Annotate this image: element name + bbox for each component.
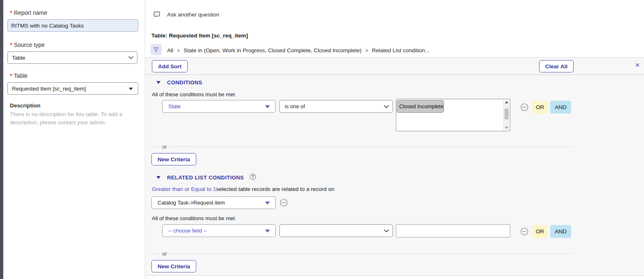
breadcrumb-separator: > bbox=[177, 48, 180, 53]
panel-divider bbox=[146, 74, 644, 75]
breadcrumb-all[interactable]: All bbox=[167, 47, 173, 53]
required-asterisk-icon: * bbox=[10, 41, 12, 48]
or-divider-label: or bbox=[159, 144, 170, 150]
or-button[interactable]: OR bbox=[532, 225, 548, 238]
collapse-triangle-icon bbox=[156, 176, 160, 179]
remove-related-list-icon[interactable] bbox=[280, 199, 288, 207]
chevron-down-icon bbox=[384, 229, 389, 232]
condition-field-dropdown[interactable]: State bbox=[162, 100, 276, 113]
clear-all-button[interactable]: Clear All bbox=[539, 60, 574, 72]
add-sort-button[interactable]: Add Sort bbox=[152, 60, 188, 72]
related-field-dropdown[interactable]: -- choose field -- bbox=[162, 224, 276, 237]
related-list-section-header[interactable]: RELATED LIST CONDITIONS bbox=[156, 174, 244, 181]
breadcrumb-separator: > bbox=[365, 48, 368, 53]
table-heading: Table: Requested Item [sc_req_item] bbox=[151, 33, 248, 39]
report-builder-main: Ask another question Table: Requested It… bbox=[146, 0, 644, 279]
report-name-label: *Report name bbox=[10, 9, 47, 16]
table-select[interactable]: Requested Item [sc_req_item] bbox=[7, 82, 138, 95]
required-asterisk-icon: * bbox=[10, 9, 12, 16]
speech-bubble-icon bbox=[153, 11, 160, 18]
help-icon[interactable]: ? bbox=[250, 174, 256, 180]
condition-builder-panel: Add Sort Clear All × CONDITIONS All of t… bbox=[146, 57, 644, 276]
report-settings-sidebar: *Report name *Source type Table *Table R… bbox=[3, 0, 145, 279]
close-icon[interactable]: × bbox=[633, 61, 642, 69]
conditions-title: CONDITIONS bbox=[167, 79, 202, 86]
listbox-option[interactable]: Closed Incomplete bbox=[397, 100, 444, 113]
remove-condition-icon[interactable] bbox=[521, 228, 528, 235]
listbox-scrollbar[interactable] bbox=[503, 100, 509, 130]
remove-condition-icon[interactable] bbox=[521, 103, 528, 111]
condition-operator-value: is one of bbox=[285, 103, 305, 109]
caret-down-icon bbox=[265, 202, 270, 205]
scroll-down-icon[interactable] bbox=[504, 125, 509, 130]
scroll-up-icon[interactable] bbox=[504, 100, 509, 105]
caret-down-icon bbox=[265, 230, 270, 232]
related-list-sentence: Greater than or Equal to 1selected table… bbox=[152, 186, 335, 192]
related-list-title: RELATED LIST CONDITIONS bbox=[167, 174, 244, 181]
report-name-input[interactable] bbox=[7, 19, 138, 32]
or-divider: or bbox=[152, 144, 572, 149]
new-criteria-button[interactable]: New Criteria bbox=[151, 153, 196, 165]
ask-another-question-link[interactable]: Ask another question bbox=[153, 11, 219, 18]
related-table-dropdown[interactable]: Catalog Task->Request item bbox=[151, 196, 276, 209]
chevron-down-icon bbox=[384, 105, 389, 108]
description-label: Description bbox=[10, 102, 40, 109]
breadcrumb-related-list[interactable]: Related List condition... bbox=[372, 47, 430, 53]
left-scrollbar-rail[interactable] bbox=[0, 0, 3, 279]
condition-field-value: State bbox=[168, 103, 181, 109]
condition-operator-select[interactable]: is one of bbox=[279, 100, 393, 113]
collapse-triangle-icon bbox=[156, 81, 160, 84]
table-select-value: Requested Item [sc_req_item] bbox=[12, 86, 86, 92]
state-listbox[interactable]: Work in ProgressClosed CompleteClosed In… bbox=[396, 99, 510, 131]
chevron-down-icon bbox=[128, 56, 133, 59]
related-table-value: Catalog Task->Request item bbox=[158, 200, 225, 206]
related-operator-select[interactable] bbox=[279, 224, 393, 237]
conditions-section-header[interactable]: CONDITIONS bbox=[156, 79, 202, 86]
or-divider-label: or bbox=[159, 251, 170, 257]
source-type-label: *Source type bbox=[10, 41, 45, 48]
conditions-must-be-met-text: All of these conditions must be met bbox=[152, 91, 235, 98]
related-must-be-met-text: All of these conditions must be met bbox=[152, 215, 235, 221]
ask-another-question-label: Ask another question bbox=[167, 12, 219, 18]
state-listbox-options: Work in ProgressClosed CompleteClosed In… bbox=[397, 100, 503, 130]
filter-breadcrumb: All > State in (Open, Work in Progress, … bbox=[167, 47, 430, 53]
related-value-input[interactable] bbox=[396, 224, 510, 237]
sentence-rest: selected table records are related to a … bbox=[216, 186, 334, 192]
table-label: *Table bbox=[10, 72, 28, 79]
quantifier-link[interactable]: Greater than or Equal to 1 bbox=[152, 186, 216, 192]
new-criteria-button[interactable]: New Criteria bbox=[151, 260, 196, 272]
breadcrumb-state-filter[interactable]: State in (Open, Work in Progress, Closed… bbox=[184, 47, 362, 53]
required-asterisk-icon: * bbox=[10, 72, 12, 79]
description-text: There is no description for this table. … bbox=[10, 110, 133, 126]
or-divider: or bbox=[152, 251, 572, 256]
related-field-value: -- choose field -- bbox=[168, 228, 207, 234]
or-button[interactable]: OR bbox=[532, 101, 548, 114]
scrollbar-thumb[interactable] bbox=[505, 109, 509, 119]
source-type-value: Table bbox=[12, 55, 25, 61]
and-button[interactable]: AND bbox=[550, 101, 571, 114]
caret-down-icon bbox=[129, 88, 133, 90]
and-button[interactable]: AND bbox=[550, 225, 571, 238]
source-type-select[interactable]: Table bbox=[7, 51, 137, 64]
filter-funnel-icon[interactable] bbox=[151, 44, 162, 55]
caret-down-icon bbox=[265, 105, 270, 108]
